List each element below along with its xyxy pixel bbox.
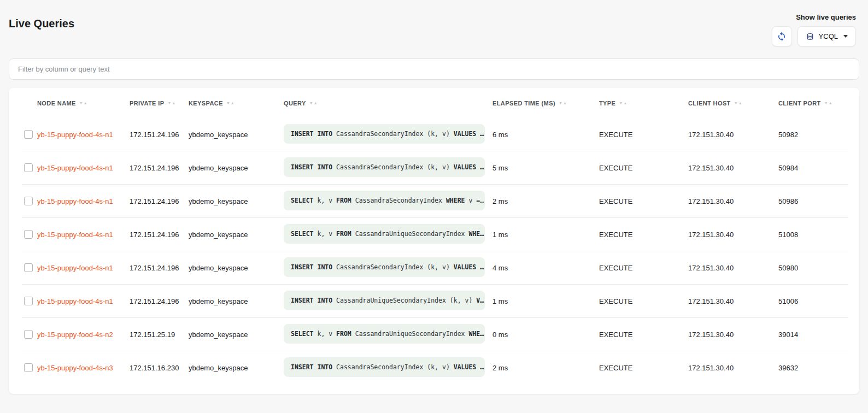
cell-private-ip: 172.151.24.196 — [130, 297, 189, 305]
cell-query: INSERT INTO CassandraSecondaryIndex (k, … — [284, 357, 492, 379]
cell-client-host: 172.151.30.40 — [688, 364, 778, 372]
node-name-link[interactable]: yb-15-puppy-food-4s-n1 — [37, 131, 113, 139]
column-header-label: PRIVATE IP — [130, 100, 165, 107]
sort-icon[interactable]: ▼▲ — [79, 101, 88, 105]
row-checkbox[interactable] — [24, 363, 33, 372]
cell-elapsed-time: 5 ms — [492, 164, 599, 172]
column-header-type[interactable]: TYPE▼▲ — [599, 100, 688, 107]
cell-keyspace: ybdemo_keyspace — [189, 231, 284, 239]
cell-keyspace: ybdemo_keyspace — [189, 264, 284, 272]
cell-node-name: yb-15-puppy-food-4s-n3 — [37, 364, 130, 372]
cell-node-name: yb-15-puppy-food-4s-n1 — [37, 197, 130, 205]
column-header-label: KEYSPACE — [189, 100, 223, 107]
cell-type: EXECUTE — [599, 131, 688, 139]
cell-keyspace: ybdemo_keyspace — [189, 131, 284, 139]
cell-private-ip: 172.151.16.230 — [130, 364, 189, 372]
row-checkbox[interactable] — [24, 230, 33, 239]
column-header-label: TYPE — [599, 100, 615, 107]
node-name-link[interactable]: yb-15-puppy-food-4s-n1 — [37, 297, 113, 305]
refresh-button[interactable] — [772, 26, 792, 46]
cell-query: SELECT k, v FROM CassandraUniqueSecondar… — [284, 324, 492, 345]
cell-client-host: 172.151.30.40 — [688, 264, 778, 272]
cell-private-ip: 172.151.24.196 — [130, 231, 189, 239]
cell-elapsed-time: 1 ms — [492, 231, 599, 239]
sort-icon[interactable]: ▼▲ — [619, 101, 627, 105]
column-header-client-host[interactable]: CLIENT HOST▼▲ — [688, 100, 778, 107]
cell-query: INSERT INTO CassandraSecondaryIndex (k, … — [284, 124, 492, 145]
sort-icon[interactable]: ▼▲ — [559, 101, 567, 105]
column-header-keyspace[interactable]: KEYSPACE▼▲ — [189, 100, 284, 107]
table-row: yb-15-puppy-food-4s-n1172.151.24.196ybde… — [9, 285, 859, 317]
cell-client-port: 50982 — [778, 131, 859, 139]
checkbox-cell — [9, 130, 37, 139]
filter-input[interactable] — [9, 58, 859, 80]
column-header-node-name[interactable]: NODE NAME▼▲ — [37, 100, 130, 107]
checkbox-cell — [9, 163, 37, 172]
checkbox-cell — [9, 297, 37, 305]
row-checkbox[interactable] — [24, 263, 33, 272]
table-row: yb-15-puppy-food-4s-n1172.151.24.196ybde… — [9, 251, 859, 284]
column-header-client-port[interactable]: CLIENT PORT▼▲ — [778, 100, 859, 107]
query-text: INSERT INTO CassandraSecondaryIndex (k, … — [284, 124, 485, 144]
api-selector-dropdown[interactable]: YCQL — [797, 26, 856, 46]
cell-client-host: 172.151.30.40 — [688, 297, 778, 305]
node-name-link[interactable]: yb-15-puppy-food-4s-n1 — [37, 164, 113, 172]
row-checkbox[interactable] — [24, 163, 33, 172]
node-name-link[interactable]: yb-15-puppy-food-4s-n3 — [37, 364, 113, 372]
cell-keyspace: ybdemo_keyspace — [189, 297, 284, 305]
table-header-row: NODE NAME▼▲PRIVATE IP▼▲KEYSPACE▼▲QUERY▼▲… — [9, 88, 859, 118]
cell-query: INSERT INTO CassandraUniqueSecondaryInde… — [284, 291, 492, 312]
table-row: yb-15-puppy-food-4s-n1172.151.24.196ybde… — [9, 218, 859, 251]
cell-client-host: 172.151.30.40 — [688, 331, 778, 339]
sort-icon[interactable]: ▼▲ — [226, 101, 235, 105]
cell-client-port: 50980 — [778, 264, 859, 272]
cell-client-port: 51006 — [778, 297, 859, 305]
database-icon — [806, 32, 814, 41]
row-checkbox[interactable] — [24, 197, 33, 205]
query-text: INSERT INTO CassandraSecondaryIndex (k, … — [284, 257, 485, 277]
show-live-queries-label: Show live queries — [796, 13, 856, 21]
column-header-label: QUERY — [284, 100, 306, 107]
cell-private-ip: 172.151.24.196 — [130, 131, 189, 139]
page-title: Live Queries — [9, 13, 74, 30]
table-row: yb-15-puppy-food-4s-n2172.151.25.19ybdem… — [9, 318, 859, 351]
sort-icon[interactable]: ▼▲ — [824, 101, 833, 105]
cell-keyspace: ybdemo_keyspace — [189, 331, 284, 339]
cell-elapsed-time: 1 ms — [492, 297, 599, 305]
checkbox-cell — [9, 330, 37, 339]
cell-private-ip: 172.151.25.19 — [130, 331, 189, 339]
query-text: SELECT k, v FROM CassandraUniqueSecondar… — [284, 324, 485, 344]
node-name-link[interactable]: yb-15-puppy-food-4s-n1 — [37, 231, 113, 239]
sort-icon[interactable]: ▼▲ — [734, 101, 743, 105]
column-header-label: CLIENT PORT — [778, 100, 821, 107]
row-checkbox[interactable] — [24, 130, 33, 139]
cell-client-port: 50986 — [778, 197, 859, 205]
node-name-link[interactable]: yb-15-puppy-food-4s-n2 — [37, 331, 113, 339]
query-text: INSERT INTO CassandraSecondaryIndex (k, … — [284, 157, 485, 177]
cell-keyspace: ybdemo_keyspace — [189, 364, 284, 372]
column-header-label: ELAPSED TIME (MS) — [492, 100, 555, 107]
topbar-actions: Show live queries YCQL — [772, 13, 856, 46]
cell-client-port: 50984 — [778, 164, 859, 172]
node-name-link[interactable]: yb-15-puppy-food-4s-n1 — [37, 264, 113, 272]
column-header-private-ip[interactable]: PRIVATE IP▼▲ — [130, 100, 189, 107]
column-header-label: CLIENT HOST — [688, 100, 731, 107]
cell-query: SELECT k, v FROM CassandraSecondaryIndex… — [284, 191, 492, 212]
cell-client-port: 51008 — [778, 231, 859, 239]
cell-elapsed-time: 0 ms — [492, 331, 599, 339]
sort-icon[interactable]: ▼▲ — [168, 101, 177, 105]
cell-node-name: yb-15-puppy-food-4s-n1 — [37, 264, 130, 272]
checkbox-cell — [9, 263, 37, 272]
cell-node-name: yb-15-puppy-food-4s-n2 — [37, 331, 130, 339]
table-row: yb-15-puppy-food-4s-n1172.151.24.196ybde… — [9, 118, 859, 151]
column-header-elapsed-time-ms[interactable]: ELAPSED TIME (MS)▼▲ — [492, 100, 599, 107]
query-text: INSERT INTO CassandraUniqueSecondaryInde… — [284, 291, 485, 310]
sort-icon[interactable]: ▼▲ — [309, 101, 318, 105]
topbar: Live Queries Show live queries YCQL — [0, 0, 868, 46]
node-name-link[interactable]: yb-15-puppy-food-4s-n1 — [37, 197, 113, 205]
row-checkbox[interactable] — [24, 297, 33, 305]
cell-elapsed-time: 4 ms — [492, 264, 599, 272]
row-checkbox[interactable] — [24, 330, 33, 339]
cell-elapsed-time: 6 ms — [492, 131, 599, 139]
column-header-query[interactable]: QUERY▼▲ — [284, 100, 492, 107]
